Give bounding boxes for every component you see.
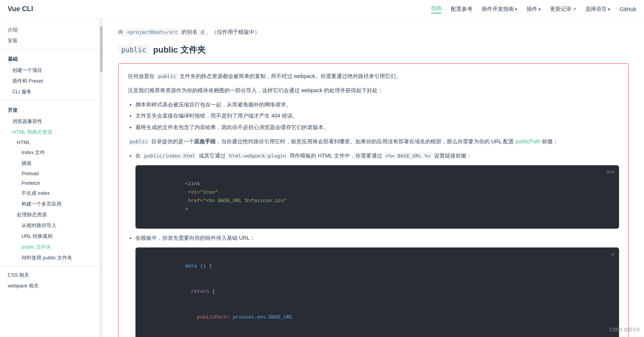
sidebar-divider-3 bbox=[0, 266, 99, 267]
code-at: @ bbox=[199, 28, 206, 36]
code-html-webpack: html-webpack-plugin bbox=[227, 153, 288, 159]
main-content: 向 <projectRoot>/src 的别名 @。（仅作用于模版中） publ… bbox=[103, 18, 644, 337]
nav-language[interactable]: 选择语言 bbox=[585, 6, 610, 13]
sidebar-item-webpack[interactable]: webpack 相关 bbox=[0, 281, 99, 291]
code-public-1: public bbox=[156, 73, 178, 80]
sidebar-item-interpolation[interactable]: 插值 bbox=[0, 158, 99, 169]
para-1: 任何放置在 public 文件夹的静态资源都会被简单的复制，而不经过 webpa… bbox=[128, 71, 619, 81]
sidebar-item-cli-service[interactable]: CLI 服务 bbox=[0, 86, 99, 97]
sidebar-item-preload[interactable]: Preload bbox=[0, 169, 99, 178]
note-template-only: （仅作用于模版中） bbox=[211, 29, 260, 35]
nav-github[interactable]: GitHub bbox=[619, 6, 636, 12]
sidebar-divider-1 bbox=[0, 49, 99, 50]
sidebar-item-plugins-presets[interactable]: 插件和 Preset bbox=[0, 76, 99, 86]
top-nav: Vue CLI 指南 配置参考 插件开发指南 插件 更新记录 选择语言 GitH… bbox=[0, 0, 644, 18]
sidebar-item-html[interactable]: HTML bbox=[0, 138, 99, 147]
bullet-list-2: 在 public/index.html 或其它通过 html-webpack-p… bbox=[128, 151, 619, 337]
sidebar-section-basics: 基础 bbox=[0, 53, 99, 65]
sidebar-item-install[interactable]: 安装 bbox=[0, 35, 99, 46]
bullet-1: 脚本和样式表会被压缩且打包在一起，从而避免额外的网络请求。 bbox=[135, 100, 619, 110]
nav-plugin[interactable]: 插件 bbox=[527, 6, 541, 13]
emphasis-emergency: 应急手段 bbox=[194, 138, 216, 144]
sidebar-item-prefetch[interactable]: Prefetch bbox=[0, 178, 99, 188]
content-intro-line: 向 <projectRoot>/src 的别名 @。（仅作用于模版中） bbox=[118, 28, 629, 37]
nav-plugin-dev[interactable]: 插件开发指南 bbox=[482, 6, 517, 13]
code-project-root: <projectRoot>/src bbox=[125, 28, 180, 36]
code-lang-html: html bbox=[606, 168, 614, 176]
bullet-a: 在 public/index.html 或其它通过 html-webpack-p… bbox=[135, 151, 619, 229]
code-block-html: html <link rel="icon" href="<%= BASE_URL… bbox=[135, 165, 619, 229]
sidebar-item-no-index[interactable]: 不生成 index bbox=[0, 188, 99, 199]
sidebar-item-static-assets[interactable]: 处理静态资源 bbox=[0, 209, 99, 220]
code-public-2: public bbox=[128, 138, 150, 145]
link-public-path[interactable]: publicPath bbox=[515, 138, 540, 144]
sidebar-item-url-transform[interactable]: URL 转换规则 bbox=[0, 231, 99, 242]
code-js-line-1: data () { bbox=[143, 254, 611, 279]
nav-config[interactable]: 配置参考 bbox=[451, 6, 472, 13]
nav-changelog[interactable]: 更新记录 bbox=[550, 6, 576, 13]
code-lang-js: js bbox=[611, 251, 614, 258]
sidebar-item-when-to-use[interactable]: 何时使用 public 文件夹 bbox=[0, 252, 99, 263]
section-title-public: public public 文件夹 bbox=[118, 44, 629, 56]
sidebar-divider-2 bbox=[0, 100, 99, 101]
sidebar-item-browser-compat[interactable]: 浏览器兼容性 bbox=[0, 116, 99, 127]
sidebar-item-multi-page[interactable]: 构建一个多页应用 bbox=[0, 199, 99, 209]
code-js-line-2: return { bbox=[143, 279, 611, 304]
info-box-public: 任何放置在 public 文件夹的静态资源都会被简单的复制，而不经过 webpa… bbox=[118, 63, 629, 337]
code-block-js: js data () { return { publicPath: proces… bbox=[135, 247, 619, 337]
sidebar-item-intro[interactable]: 介绍 bbox=[0, 25, 99, 35]
layout: 介绍 安装 基础 创建一个项目 插件和 Preset CLI 服务 开发 浏览器… bbox=[0, 18, 644, 337]
site-logo: Vue CLI bbox=[8, 5, 33, 13]
sidebar: 介绍 安装 基础 创建一个项目 插件和 Preset CLI 服务 开发 浏览器… bbox=[0, 18, 100, 337]
nav-guide[interactable]: 指南 bbox=[431, 5, 442, 13]
sidebar-scrollbar-thumb bbox=[100, 26, 102, 72]
sidebar-item-html-static[interactable]: HTML 和静态资源 bbox=[0, 127, 99, 138]
code-line-html: <link rel="icon" href="<%= BASE_URL %>fa… bbox=[143, 171, 611, 222]
code-base-url-tag: <%= BASE_URL %> bbox=[384, 153, 433, 159]
sidebar-item-create-project[interactable]: 创建一个项目 bbox=[0, 65, 99, 76]
sidebar-item-public-folder[interactable]: public 文件夹 bbox=[0, 242, 99, 252]
code-public-inline: public bbox=[118, 45, 149, 55]
sidebar-section-dev: 开发 bbox=[0, 104, 99, 116]
para-2: 注意我们推荐将资源作为你的模块依赖图的一部分导入，这样它们会通过 webpack… bbox=[128, 86, 619, 95]
para-3: public 目录提供的是一个应急手段，当你通过绝对路径引用它时，留意应用将会部… bbox=[128, 137, 619, 146]
sidebar-item-relative-path[interactable]: 从相对路径导入 bbox=[0, 220, 99, 231]
sidebar-scrollbar[interactable] bbox=[100, 18, 103, 337]
nav-links: 指南 配置参考 插件开发指南 插件 更新记录 选择语言 GitHub bbox=[431, 5, 636, 13]
code-public-index: public/index.html bbox=[142, 153, 197, 159]
sidebar-item-index-file[interactable]: Index 文件 bbox=[0, 147, 99, 158]
code-js-line-4: } bbox=[143, 330, 611, 337]
watermark: CSDN @星II河 bbox=[609, 327, 640, 333]
sidebar-item-css[interactable]: CSS 相关 bbox=[0, 270, 99, 281]
code-js-line-3: publicPath: process.env.BASE_URL bbox=[143, 304, 611, 330]
bullet-b: 在模板中，你首先需要向你的组件传入基础 URL： js data () { re… bbox=[135, 233, 619, 337]
bullet-2: 文件丢失会直接在编译时报错，而不是到了用户端才产生 404 错误。 bbox=[135, 111, 619, 121]
bullet-list-1: 脚本和样式表会被压缩且打包在一起，从而避免额外的网络请求。 文件丢失会直接在编译… bbox=[128, 100, 619, 132]
bullet-3: 最终生成的文件名包含了内容哈希，因此你不必担心浏览器会缓存它们的老版本。 bbox=[135, 123, 619, 132]
